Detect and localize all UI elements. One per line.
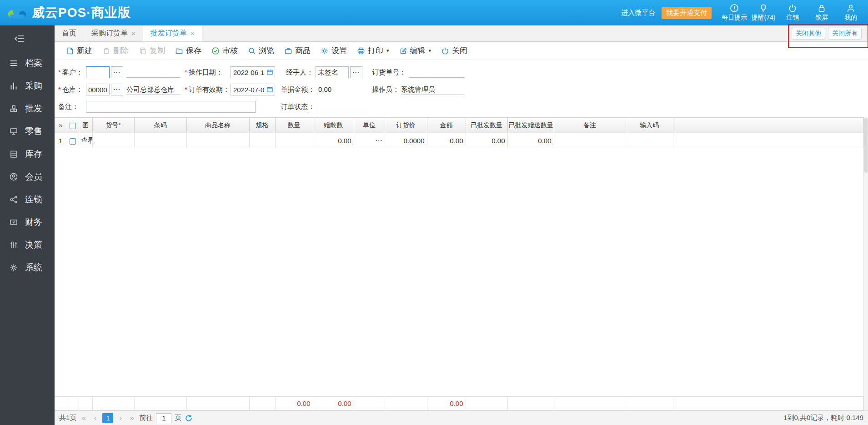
warehouse-code-input[interactable] bbox=[86, 84, 110, 95]
pagination-bar: 共1页 « ‹ 1 › » 前往 页 1到0,共0记录，耗时 0.149 bbox=[55, 410, 868, 425]
price-cell[interactable]: 0.0000 bbox=[385, 133, 427, 148]
qty-cell[interactable] bbox=[275, 133, 313, 148]
lock-screen-label: 锁屏 bbox=[815, 14, 828, 22]
gift-qty-cell[interactable]: 0.00 bbox=[313, 133, 354, 148]
open-payment-button[interactable]: 我要开通支付 bbox=[662, 7, 712, 19]
sidebar-item-archives[interactable]: 档案 bbox=[0, 52, 55, 75]
sidebar-item-members[interactable]: 会员 bbox=[0, 165, 55, 188]
remark-input[interactable] bbox=[86, 101, 256, 113]
lock-icon bbox=[817, 4, 826, 13]
sidebar-item-inventory[interactable]: 库存 bbox=[0, 143, 55, 165]
select-all-header[interactable] bbox=[67, 118, 79, 133]
delete-button[interactable]: 删除 bbox=[97, 44, 134, 58]
goto-page-input[interactable] bbox=[156, 413, 171, 423]
amount-cell[interactable]: 0.00 bbox=[427, 133, 466, 148]
spec-cell[interactable] bbox=[249, 133, 275, 148]
first-page-button[interactable]: « bbox=[80, 414, 88, 423]
remark-cell[interactable] bbox=[554, 133, 626, 148]
calendar-icon[interactable] bbox=[266, 69, 273, 75]
col-header-wholesaled-gift-qty: 已批发赠送数量 bbox=[507, 118, 554, 133]
settings-button[interactable]: 设置 bbox=[316, 44, 352, 58]
scrollbar-thumb[interactable] bbox=[864, 118, 868, 173]
row-checkbox[interactable] bbox=[70, 138, 76, 145]
tab-purchase-order[interactable]: 采购订货单 × bbox=[84, 25, 143, 41]
tab-close-icon[interactable]: × bbox=[191, 30, 195, 37]
next-page-button[interactable]: › bbox=[116, 414, 125, 423]
close-all-button[interactable]: 关闭所有 bbox=[828, 28, 862, 40]
handler-input[interactable] bbox=[316, 66, 349, 78]
valid-date-picker[interactable] bbox=[231, 84, 275, 95]
wholesaled-gift-qty-cell: 0.00 bbox=[507, 133, 554, 148]
customer-input[interactable] bbox=[86, 66, 110, 78]
archive-icon bbox=[9, 59, 19, 68]
sidebar-item-label: 采购 bbox=[25, 80, 42, 92]
col-header-qty: 数量 bbox=[275, 118, 313, 133]
sidebar-item-label: 决策 bbox=[25, 239, 42, 251]
edit-button[interactable]: 编辑 ▾ bbox=[394, 44, 437, 58]
refresh-button[interactable] bbox=[185, 414, 193, 422]
sidebar-item-finance[interactable]: ¥ 财务 bbox=[0, 211, 55, 234]
sidebar-item-retail[interactable]: 零售 bbox=[0, 120, 55, 143]
select-all-checkbox[interactable] bbox=[70, 123, 76, 129]
vertical-scrollbar[interactable] bbox=[863, 117, 868, 410]
tab-home[interactable]: 首页 bbox=[55, 25, 84, 41]
tab-close-icon[interactable]: × bbox=[131, 30, 135, 37]
order-status-field bbox=[318, 101, 365, 112]
unit-cell[interactable]: ⋯ bbox=[354, 133, 385, 148]
close-button[interactable]: 关闭 bbox=[436, 44, 472, 58]
expand-all-header[interactable]: » bbox=[55, 118, 67, 133]
refresh-icon bbox=[185, 414, 193, 422]
grid-header-row: » 图 货号* 条码 商品名称 规格 数量 赠散数 单位 订货价 金额 bbox=[55, 118, 863, 133]
warehouse-lookup-button[interactable]: ··· bbox=[111, 84, 123, 95]
col-header-wholesaled-qty: 已批发数量 bbox=[466, 118, 507, 133]
op-date-picker[interactable] bbox=[231, 66, 275, 78]
save-button[interactable]: 保存 bbox=[170, 44, 206, 58]
item-no-cell[interactable] bbox=[92, 133, 134, 148]
current-page-button[interactable]: 1 bbox=[102, 413, 113, 423]
filler-cell bbox=[673, 133, 863, 148]
reminder-button[interactable]: 提醒(74) bbox=[749, 4, 778, 22]
toolbar-label: 商品 bbox=[295, 45, 311, 56]
col-header-gift-qty: 赠散数 bbox=[313, 118, 354, 133]
view-image-link[interactable]: 查看 bbox=[79, 133, 92, 148]
my-account-button[interactable]: 我的 bbox=[836, 4, 865, 22]
main-area: 首页 采购订货单 × 批发订货单 × 关闭其他 关闭所有 新建 bbox=[55, 25, 868, 425]
row-select-cell[interactable] bbox=[67, 133, 79, 148]
new-button[interactable]: 新建 bbox=[61, 44, 97, 58]
reminder-label: 提醒(74) bbox=[752, 14, 776, 22]
copy-button[interactable]: 复制 bbox=[134, 44, 170, 58]
tab-wholesale-order[interactable]: 批发订货单 × bbox=[143, 25, 202, 41]
sidebar-item-chain[interactable]: 连锁 bbox=[0, 188, 55, 211]
bar-chart-icon bbox=[9, 81, 19, 90]
daily-tip-button[interactable]: 每日提示 bbox=[720, 4, 749, 22]
sidebar-collapse-button[interactable] bbox=[0, 25, 55, 52]
calendar-icon[interactable] bbox=[266, 86, 273, 93]
summary-gift-qty: 0.00 bbox=[313, 397, 354, 410]
last-page-button[interactable]: » bbox=[128, 414, 136, 423]
prev-page-button[interactable]: ‹ bbox=[91, 414, 99, 423]
customer-lookup-button[interactable]: ··· bbox=[111, 66, 123, 78]
items-grid: » 图 货号* 条码 商品名称 规格 数量 赠散数 单位 订货价 金额 bbox=[55, 117, 868, 410]
svg-text:¥: ¥ bbox=[12, 220, 15, 225]
lock-screen-button[interactable]: 锁屏 bbox=[807, 4, 836, 22]
expand-icon: » bbox=[59, 121, 63, 129]
sidebar-item-wholesale[interactable]: 批发 bbox=[0, 97, 55, 120]
sidebar-item-decision[interactable]: 决策 bbox=[0, 234, 55, 256]
sidebar-item-system[interactable]: 系统 bbox=[0, 256, 55, 279]
sidebar-item-purchase[interactable]: 采购 bbox=[0, 75, 55, 97]
logout-button[interactable]: 注销 bbox=[778, 4, 807, 22]
col-header-amount: 金额 bbox=[427, 118, 466, 133]
monitor-icon bbox=[9, 127, 19, 136]
order-status-label: 订单状态： bbox=[281, 101, 315, 113]
print-button[interactable]: 打印 ▾ bbox=[352, 44, 394, 58]
micro-platform-link[interactable]: 进入微平台 bbox=[621, 9, 655, 17]
row-index-cell: 1 bbox=[55, 133, 67, 148]
browse-button[interactable]: 浏览 bbox=[243, 44, 279, 58]
handler-lookup-button[interactable]: ··· bbox=[350, 66, 362, 78]
gear-icon bbox=[9, 263, 19, 272]
sidebar-item-label: 批发 bbox=[25, 103, 42, 115]
close-others-button[interactable]: 关闭其他 bbox=[792, 28, 825, 40]
page-word: 页 bbox=[175, 414, 181, 422]
audit-button[interactable]: 审核 bbox=[206, 44, 243, 58]
goods-button[interactable]: 商品 bbox=[279, 44, 316, 58]
